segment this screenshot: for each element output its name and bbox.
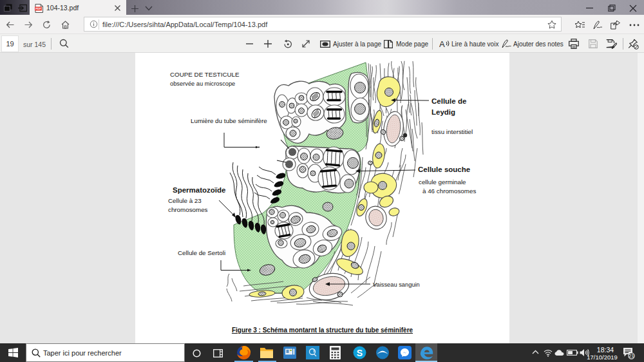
svg-text:Cellule de: Cellule de [431,97,466,105]
svg-text:chromosomes: chromosomes [168,206,208,213]
svg-text:S: S [357,348,363,358]
svg-text:A: A [439,39,445,48]
svg-text:Leydig: Leydig [431,108,455,116]
svg-text:Spermatozoïde: Spermatozoïde [173,186,225,194]
svg-text:Cellule de Sertoli: Cellule de Sertoli [178,249,225,256]
svg-text:COUPE DE TESTICULE: COUPE DE TESTICULE [170,71,240,78]
svg-text:observée au microscope: observée au microscope [170,81,235,87]
svg-text:Cellule souche: Cellule souche [418,166,470,173]
svg-text:21: 21 [629,353,634,359]
svg-text:à 46 chromosomes: à 46 chromosomes [422,187,476,195]
svg-text:Lumière du tube séminifère: Lumière du tube séminifère [191,117,267,124]
svg-text:PDF: PDF [35,7,41,10]
svg-text:Vaisseau sanguin: Vaisseau sanguin [373,281,420,288]
svg-text:cellule germinale: cellule germinale [419,178,466,186]
svg-text:tissu interstitiel: tissu interstitiel [431,128,473,135]
svg-text:Cellule à 23: Cellule à 23 [168,197,202,204]
